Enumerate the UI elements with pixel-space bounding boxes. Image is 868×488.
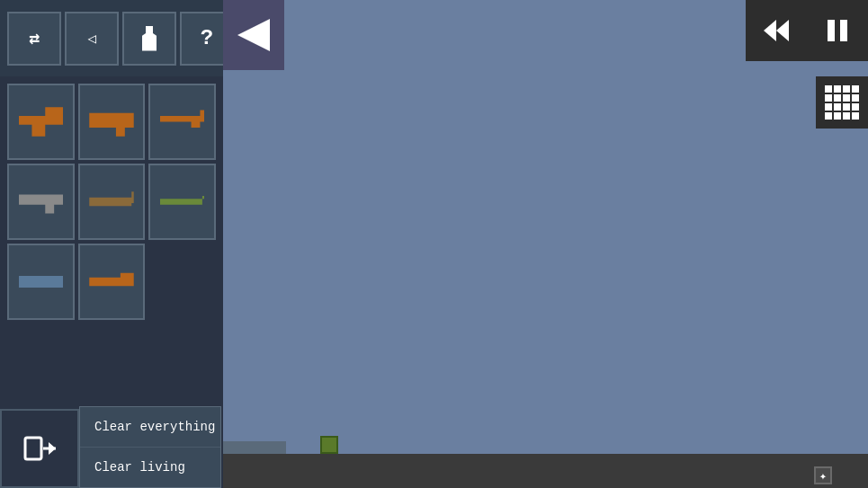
svg-marker-1 bbox=[764, 20, 776, 41]
weapon-slot-3[interactable] bbox=[148, 84, 216, 160]
back-small-icon: ◁ bbox=[87, 30, 96, 48]
green-object bbox=[320, 436, 338, 454]
exit-button[interactable] bbox=[0, 409, 79, 488]
play-controls bbox=[746, 0, 868, 61]
launcher-icon bbox=[19, 267, 63, 296]
smg-icon bbox=[89, 107, 133, 136]
weapon-slot-1[interactable] bbox=[7, 84, 75, 160]
vehicle-object bbox=[223, 441, 286, 454]
pause-button[interactable] bbox=[807, 0, 868, 61]
pause-icon bbox=[823, 16, 852, 45]
clear-everything-button[interactable]: Clear everything bbox=[80, 407, 220, 448]
back-small-button[interactable]: ◁ bbox=[65, 12, 119, 66]
pistol-icon bbox=[19, 107, 63, 136]
weapon-slot-8[interactable] bbox=[78, 244, 146, 320]
mg-icon bbox=[19, 187, 63, 216]
clear-living-button[interactable]: Clear living bbox=[80, 448, 220, 487]
ground bbox=[223, 454, 868, 488]
rewind-icon bbox=[762, 16, 791, 45]
swap-button[interactable]: ⇄ bbox=[7, 12, 61, 66]
weapon-slot-5[interactable] bbox=[78, 164, 146, 240]
exit-icon bbox=[22, 430, 58, 466]
weapon-slot-6[interactable] bbox=[148, 164, 216, 240]
svg-rect-4 bbox=[840, 20, 847, 41]
swap-icon: ⇄ bbox=[29, 27, 40, 49]
back-button[interactable] bbox=[223, 0, 284, 70]
svg-marker-7 bbox=[49, 442, 56, 455]
grid-icon bbox=[825, 85, 859, 120]
svg-marker-0 bbox=[237, 19, 270, 51]
rewind-button[interactable] bbox=[746, 0, 807, 61]
game-area[interactable]: ✦ bbox=[223, 0, 868, 488]
bottle-button[interactable] bbox=[122, 12, 176, 66]
weapon-slot-7[interactable] bbox=[7, 244, 75, 320]
corner-object: ✦ bbox=[814, 466, 832, 484]
svg-rect-5 bbox=[25, 438, 41, 459]
grid-toggle-button[interactable] bbox=[816, 76, 868, 129]
question-icon: ? bbox=[201, 26, 213, 50]
top-toolbar: ⇄ ◁ ? bbox=[0, 0, 223, 76]
small-weapon-icon bbox=[89, 267, 133, 296]
sniper-icon bbox=[160, 187, 204, 216]
weapon-slot-2[interactable] bbox=[78, 84, 146, 160]
back-arrow-icon bbox=[237, 19, 270, 51]
svg-rect-3 bbox=[828, 20, 835, 41]
svg-marker-2 bbox=[776, 20, 789, 41]
shotgun-icon bbox=[89, 187, 133, 216]
rifle-icon bbox=[160, 107, 204, 136]
context-menu: Clear everything Clear living bbox=[79, 406, 221, 488]
weapon-slot-4[interactable] bbox=[7, 164, 75, 240]
bottle-icon bbox=[140, 26, 158, 51]
